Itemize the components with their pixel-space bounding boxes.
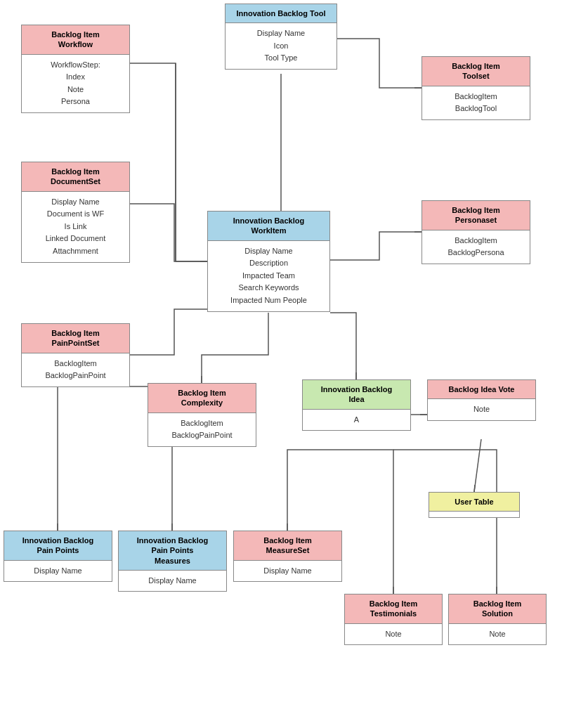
- entity-body: A: [303, 410, 410, 431]
- field: Persona: [27, 96, 124, 108]
- field: Impacted Team: [214, 270, 324, 282]
- entity-innovation-backlog-tool: Innovation Backlog Tool Display Name Ico…: [225, 4, 337, 70]
- field: Description: [214, 257, 324, 270]
- entity-body: Display Name Icon Tool Type: [226, 23, 336, 69]
- entity-title: Backlog ItemMeasureSet: [234, 531, 341, 561]
- field: Display Name: [231, 27, 331, 40]
- entity-body: BacklogItem BacklogPainPoint: [148, 413, 256, 446]
- field: Is Link: [27, 221, 124, 233]
- entity-title: Backlog ItemTestimonials: [345, 594, 442, 624]
- entity-title: Innovation BacklogIdea: [303, 380, 410, 410]
- entity-body: Display Name Document is WF Is Link Link…: [22, 192, 129, 262]
- field: Note: [351, 628, 436, 641]
- entity-body: Display Name Description Impacted Team S…: [208, 241, 329, 311]
- entity-title: Innovation Backlog Tool: [226, 4, 336, 23]
- entity-backlog-item-personaset: Backlog ItemPersonaset BacklogItem Backl…: [422, 200, 530, 264]
- entity-body: Display Name: [4, 561, 112, 582]
- field: Search Keywords: [214, 282, 324, 294]
- field: Note: [433, 403, 530, 416]
- entity-backlog-item-workflow: Backlog ItemWorkflow WorkflowStep: Index…: [21, 25, 130, 113]
- field: Note: [27, 84, 124, 96]
- entity-title: Backlog ItemPersonaset: [422, 201, 530, 230]
- entity-body: BacklogItem BacklogPersona: [422, 230, 530, 264]
- entity-body: Display Name: [234, 561, 341, 582]
- field: BacklogItem: [27, 358, 124, 370]
- entity-title: User Table: [429, 493, 519, 512]
- entity-title: Backlog ItemComplexity: [148, 384, 256, 413]
- field: Icon: [231, 40, 331, 53]
- diagram-container: Innovation Backlog Tool Display Name Ico…: [0, 0, 562, 728]
- entity-title: Innovation BacklogPain PointsMeasures: [119, 531, 226, 571]
- field: Display Name: [240, 565, 336, 578]
- entity-title: Innovation BacklogPain Points: [4, 531, 112, 561]
- entity-title: Backlog ItemDocumentSet: [22, 162, 129, 192]
- field: BacklogPainPoint: [154, 429, 250, 442]
- svg-line-11: [474, 485, 475, 492]
- field: Tool Type: [231, 52, 331, 65]
- entity-title: Backlog Idea Vote: [428, 380, 535, 399]
- entity-backlog-item-testimonials: Backlog ItemTestimonials Note: [344, 594, 443, 645]
- entity-backlog-item-painpointset: Backlog ItemPainPointSet BacklogItem Bac…: [21, 323, 130, 387]
- entity-innovation-backlog-pain-points: Innovation BacklogPain Points Display Na…: [4, 531, 112, 582]
- entity-title: Innovation BacklogWorkItem: [208, 212, 329, 241]
- entity-backlog-item-solution: Backlog ItemSolution Note: [448, 594, 547, 645]
- field: Impacted Num People: [214, 294, 324, 307]
- entity-backlog-item-documentset: Backlog ItemDocumentSet Display Name Doc…: [21, 162, 130, 263]
- entity-backlog-item-complexity: Backlog ItemComplexity BacklogItem Backl…: [148, 383, 256, 447]
- field: Document is WF: [27, 208, 124, 221]
- field: Note: [455, 628, 540, 641]
- entity-user-table: User Table: [429, 492, 520, 518]
- entity-title: Backlog ItemWorkflow: [22, 25, 129, 55]
- field: Attachmment: [27, 245, 124, 258]
- field: A: [308, 414, 405, 427]
- field: BacklogItem: [154, 417, 250, 430]
- entity-title: Backlog ItemToolset: [422, 57, 530, 86]
- entity-body: BacklogItem BacklogPainPoint: [22, 353, 129, 386]
- field: Display Name: [27, 196, 124, 209]
- field: Display Name: [124, 575, 221, 587]
- entity-title: Backlog ItemSolution: [449, 594, 546, 624]
- entity-body: Note: [345, 624, 442, 645]
- field: BacklogItem: [428, 235, 524, 247]
- field: BacklogPainPoint: [27, 370, 124, 382]
- entity-backlog-idea-vote: Backlog Idea Vote Note: [427, 379, 536, 421]
- entity-innovation-backlog-workitem: Innovation BacklogWorkItem Display Name …: [207, 211, 330, 312]
- field: WorkflowStep:: [27, 59, 124, 72]
- entity-body: BacklogItem BacklogTool: [422, 86, 530, 119]
- field: BacklogTool: [428, 103, 524, 115]
- field: BacklogPersona: [428, 247, 524, 259]
- entity-backlog-item-toolset: Backlog ItemToolset BacklogItem BacklogT…: [422, 56, 530, 120]
- entity-title: Backlog ItemPainPointSet: [22, 324, 129, 353]
- entity-body: WorkflowStep: Index Note Persona: [22, 55, 129, 112]
- entity-body: [429, 512, 519, 517]
- field: Display Name: [214, 245, 324, 258]
- entity-body: Note: [449, 624, 546, 645]
- entity-body: Note: [428, 399, 535, 420]
- field: Linked Document: [27, 233, 124, 245]
- entity-innovation-backlog-idea: Innovation BacklogIdea A: [302, 379, 411, 431]
- field: Index: [27, 71, 124, 84]
- entity-backlog-item-measureset: Backlog ItemMeasureSet Display Name: [233, 531, 342, 582]
- entity-innovation-backlog-pain-points-measures: Innovation BacklogPain PointsMeasures Di…: [118, 531, 227, 592]
- entity-body: Display Name: [119, 571, 226, 592]
- field: BacklogItem: [428, 91, 524, 103]
- field: Display Name: [10, 565, 106, 578]
